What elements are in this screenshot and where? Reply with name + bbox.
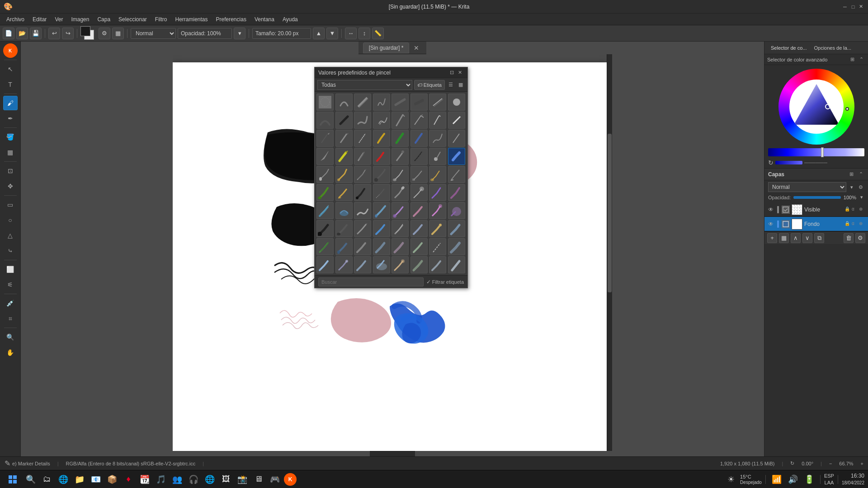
brush-item-41[interactable] <box>316 184 334 201</box>
text-tool[interactable]: T <box>3 77 18 92</box>
taskbar-app7[interactable]: ♦ <box>121 472 136 487</box>
ellipse-tool[interactable]: ○ <box>3 213 18 227</box>
menu-filtro[interactable]: Filtro <box>151 15 171 23</box>
brush-item-37[interactable] <box>392 166 409 183</box>
polygon-tool[interactable]: △ <box>3 228 18 243</box>
taskbar-weather[interactable]: ☀ <box>724 472 738 487</box>
size-up-button[interactable]: ▲ <box>313 28 325 39</box>
brush-item-72[interactable] <box>448 238 465 255</box>
menu-ayuda[interactable]: Ayuda <box>279 15 302 23</box>
mirror-h-button[interactable]: ↔ <box>345 28 357 39</box>
brush-item-18[interactable] <box>335 130 353 147</box>
smart-patch-tool[interactable]: ⌗ <box>3 311 18 326</box>
taskbar-mail[interactable]: 📧 <box>89 472 103 487</box>
brush-item-14[interactable] <box>410 112 428 129</box>
layer-filter-visible[interactable]: ⊕ <box>859 206 865 213</box>
taskbar-clock[interactable]: 16:30 18/04/2022 <box>842 472 864 486</box>
brush-item-13[interactable] <box>392 112 409 129</box>
mirror-v-button[interactable]: ↕ <box>359 28 370 39</box>
brush-item-36[interactable] <box>373 166 390 183</box>
menu-ver[interactable]: Ver <box>51 15 66 23</box>
menu-ventana[interactable]: Ventana <box>251 15 278 23</box>
brush-item-4[interactable] <box>373 94 390 111</box>
taskbar-krita[interactable]: K <box>284 473 297 486</box>
brush-item-77[interactable] <box>392 256 409 273</box>
brush-item-62[interactable] <box>410 220 428 237</box>
brush-presets-button[interactable]: ▦ <box>112 28 124 39</box>
brush-item-26[interactable] <box>335 148 353 165</box>
size-down-button[interactable]: ▼ <box>326 28 338 39</box>
brush-item-42[interactable] <box>335 184 353 201</box>
add-group-button[interactable]: ▦ <box>779 233 789 243</box>
brush-item-16[interactable] <box>448 112 465 129</box>
taskbar-app9[interactable]: 🎵 <box>154 472 168 487</box>
brush-item-8[interactable] <box>448 94 465 111</box>
blend-mode-select[interactable]: Normal <box>131 28 176 39</box>
brush-item-60[interactable] <box>373 220 390 237</box>
brush-item-51[interactable] <box>354 202 371 219</box>
brush-item-57[interactable] <box>316 220 334 237</box>
duplicate-layer-button[interactable]: ⧉ <box>814 233 824 243</box>
menu-imagen[interactable]: Imagen <box>67 15 93 23</box>
brush-item-2[interactable] <box>335 94 353 111</box>
open-button[interactable]: 📂 <box>16 28 28 39</box>
delete-layer-button[interactable]: 🗑 <box>844 233 854 243</box>
menu-archivo[interactable]: Archivo <box>3 15 28 23</box>
layer-visibility-toggle-visible[interactable]: 👁 <box>767 206 774 213</box>
taskbar-taskview[interactable]: 🗂 <box>40 472 54 487</box>
brush-item-58[interactable] <box>335 220 353 237</box>
brush-item-38[interactable] <box>410 166 428 183</box>
brush-item-15[interactable] <box>429 112 446 129</box>
brush-item-10[interactable] <box>335 112 353 129</box>
color-wheel[interactable] <box>778 69 854 145</box>
save-button[interactable]: 💾 <box>30 28 42 39</box>
brush-item-40[interactable] <box>448 166 465 183</box>
brush-item-47[interactable] <box>429 184 446 201</box>
volume-icon[interactable]: 🔊 <box>786 472 800 487</box>
document-tab[interactable]: [Sin guardar] * <box>363 42 410 53</box>
new-button[interactable]: 📄 <box>3 28 14 39</box>
taskbar-app14[interactable]: 📸 <box>235 472 250 487</box>
brush-item-7[interactable] <box>429 94 446 111</box>
brush-item-78[interactable] <box>410 256 428 273</box>
move-tool[interactable]: ✥ <box>3 179 18 193</box>
color-options-tab[interactable]: Opciones de la... <box>811 44 854 52</box>
hscroll-right-btn[interactable] <box>392 451 415 456</box>
color-wheel-inner[interactable] <box>789 80 844 134</box>
brush-search-input[interactable] <box>318 277 424 286</box>
layers-opacity-dropdown[interactable]: ▾ <box>859 194 864 201</box>
brush-tag-button[interactable]: 🏷 Etiqueta <box>414 80 445 90</box>
brush-item-32[interactable] <box>448 148 465 165</box>
layer-up-button[interactable]: ∧ <box>791 233 801 243</box>
brush-item-61[interactable] <box>392 220 409 237</box>
status-zoom-minus[interactable]: − <box>829 461 832 466</box>
brush-item-43[interactable] <box>354 184 371 201</box>
redo-button[interactable]: ↪ <box>62 28 74 39</box>
brush-item-65[interactable] <box>316 238 334 255</box>
brush-item-24[interactable] <box>448 130 465 147</box>
menu-editar[interactable]: Editar <box>29 15 50 23</box>
brush-list-view-btn[interactable]: ☰ <box>447 81 455 89</box>
brush-item-29[interactable] <box>392 148 409 165</box>
brush-item-64[interactable] <box>448 220 465 237</box>
brush-item-46[interactable] <box>410 184 428 201</box>
layer-alpha-lock-visible[interactable]: α <box>852 206 858 213</box>
brush-item-48[interactable] <box>448 184 465 201</box>
brush-item-70[interactable] <box>410 238 428 255</box>
layer-row-fondo[interactable]: 👁 Fondo 🔒 α ⊕ <box>764 217 868 231</box>
menu-preferencias[interactable]: Preferencias <box>212 15 250 23</box>
taskbar-app15[interactable]: 🖥 <box>251 472 266 487</box>
brush-item-3[interactable] <box>354 94 371 111</box>
color-selector-tab[interactable]: Selector de co... <box>768 44 810 52</box>
brush-item-35[interactable] <box>354 166 371 183</box>
brush-item-33[interactable] <box>316 166 334 183</box>
brush-category-select[interactable]: Todas <box>317 80 412 90</box>
color-refresh-button[interactable]: ↻ ────── <box>768 159 864 166</box>
brush-item-80[interactable] <box>448 256 465 273</box>
rectangular-select-tool[interactable]: ⬜ <box>3 262 18 277</box>
freehand-select-tool[interactable]: ⚟ <box>3 277 18 292</box>
brush-item-44[interactable] <box>373 184 390 201</box>
layers-blend-mode-select[interactable]: Normal <box>768 182 846 192</box>
ruler-button[interactable]: 📏 <box>372 28 384 39</box>
size-control[interactable]: Tamaño: 20.00 px <box>252 28 311 39</box>
